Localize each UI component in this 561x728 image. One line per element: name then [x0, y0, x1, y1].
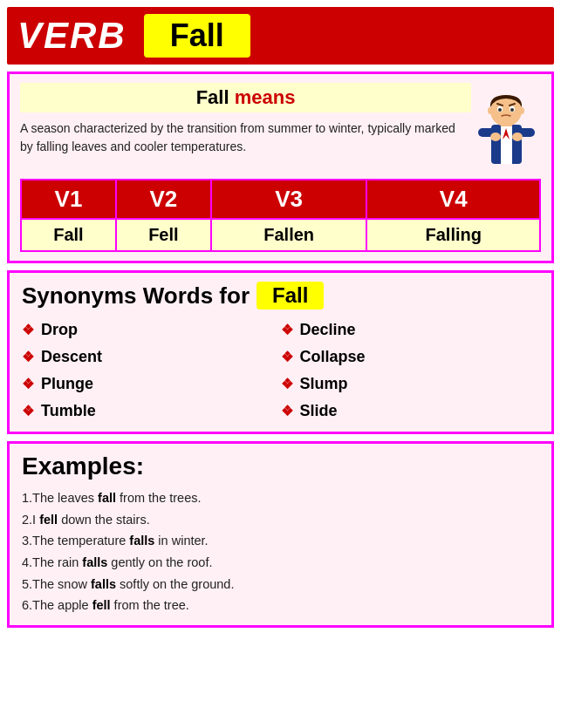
svg-point-11	[498, 108, 502, 112]
synonyms-grid: Drop Decline Descent Collapse Plunge Slu…	[22, 318, 539, 423]
svg-point-12	[510, 108, 514, 112]
example-6: 6.The apple fell from the tree.	[22, 595, 539, 616]
verb-forms-table: V1 V2 V3 V4 Fall Fell Fallen Falling	[20, 179, 541, 252]
synonym-item-tumble: Tumble	[22, 399, 281, 423]
synonym-item-descent: Descent	[22, 345, 281, 369]
svg-point-6	[512, 133, 523, 141]
header-section: VERB Fall	[7, 7, 554, 65]
synonym-item-drop: Drop	[22, 318, 281, 342]
character-svg	[474, 83, 539, 170]
synonyms-title-word: Fall	[257, 282, 324, 310]
synonym-item-slump: Slump	[281, 372, 540, 396]
means-title: Fall means	[20, 83, 471, 112]
example-1: 1.The leaves fall from the trees.	[22, 487, 539, 509]
example-4: 4.The rain falls gently on the roof.	[22, 552, 539, 574]
verb-label: VERB	[17, 15, 127, 57]
examples-title: Examples:	[22, 452, 539, 480]
v4-value: Falling	[366, 219, 540, 251]
means-section: Fall means A season characterized by the…	[7, 71, 554, 263]
verb-header-row: V1 V2 V3 V4	[21, 180, 540, 219]
svg-point-5	[490, 133, 501, 141]
v3-value: Fallen	[211, 219, 367, 251]
v3-header: V3	[211, 180, 367, 219]
means-description: A season characterized by the transition…	[20, 119, 462, 156]
v2-value: Fell	[116, 219, 211, 251]
synonym-item-slide: Slide	[281, 399, 540, 423]
example-2: 2.I fell down the stairs.	[22, 509, 539, 531]
character-image	[471, 83, 541, 170]
v4-header: V4	[366, 180, 540, 219]
verb-data-row: Fall Fell Fallen Falling	[21, 219, 540, 251]
svg-point-16	[519, 107, 524, 114]
v1-header: V1	[21, 180, 116, 219]
v2-header: V2	[116, 180, 211, 219]
examples-section: Examples: 1.The leaves fall from the tre…	[7, 441, 554, 628]
v1-value: Fall	[21, 219, 116, 251]
synonyms-section: Synonyms Words for Fall Drop Decline Des…	[7, 270, 554, 434]
synonym-item-collapse: Collapse	[281, 345, 540, 369]
synonym-item-decline: Decline	[281, 318, 540, 342]
synonym-item-plunge: Plunge	[22, 372, 281, 396]
example-5: 5.The snow falls softly on the ground.	[22, 574, 539, 595]
synonyms-title: Synonyms Words for Fall	[22, 282, 539, 310]
means-title-word: Fall	[196, 86, 229, 108]
example-3: 3.The temperature falls in winter.	[22, 530, 539, 552]
svg-point-15	[488, 107, 493, 114]
synonyms-title-text: Synonyms Words for	[22, 282, 250, 310]
header-word: Fall	[144, 14, 250, 58]
